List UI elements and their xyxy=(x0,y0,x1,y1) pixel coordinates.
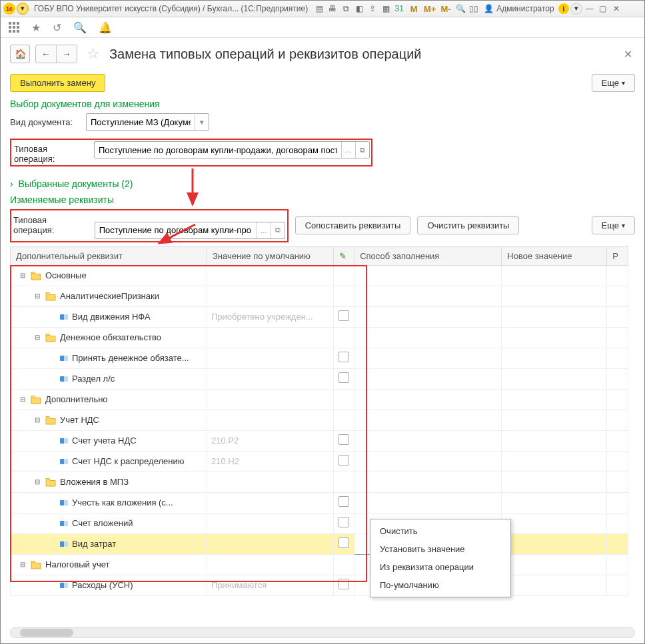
tree-row[interactable]: Вид движения НФАПриобретено учрежден... xyxy=(11,306,628,327)
ellipsis-icon[interactable]: … xyxy=(257,222,271,238)
horizontal-scrollbar[interactable] xyxy=(10,627,635,638)
info-dropdown-icon[interactable]: ▾ xyxy=(570,3,582,15)
m-plus-icon[interactable]: M+ xyxy=(422,3,437,15)
tree-row[interactable]: ⊟Учет НДС xyxy=(11,410,628,430)
op1-field[interactable]: … ⧉ xyxy=(94,141,370,159)
checkbox[interactable] xyxy=(338,434,349,445)
folder-icon xyxy=(31,395,41,404)
attribute-icon xyxy=(60,376,68,382)
tree-row[interactable]: ⊟Вложения в МПЗ xyxy=(11,472,628,492)
compare-icon[interactable]: ◧ xyxy=(353,3,365,15)
collapse-icon[interactable]: ⊟ xyxy=(33,478,41,486)
ctx-clear[interactable]: Очистить xyxy=(370,522,510,540)
m-minus-icon[interactable]: M- xyxy=(438,3,453,15)
tree-row[interactable]: Раздел л/с xyxy=(11,368,628,389)
doc-type-input[interactable] xyxy=(87,116,195,129)
op1-input[interactable] xyxy=(95,144,341,157)
ctx-from-op[interactable]: Из реквизита операции xyxy=(370,558,510,576)
export-icon[interactable]: ⇪ xyxy=(366,3,378,15)
tree-row[interactable]: Счет учета НДС210.Р2 xyxy=(11,430,628,451)
collapse-icon[interactable]: ⊟ xyxy=(19,561,27,569)
maximize-icon[interactable]: ▢ xyxy=(597,3,609,15)
print-preview-icon[interactable]: ▤ xyxy=(313,3,325,15)
col-header-new[interactable]: Новое значение xyxy=(502,246,607,265)
chevron-down-icon[interactable]: ▾ xyxy=(195,114,209,130)
favorite-icon[interactable]: ★ xyxy=(31,21,41,34)
print-icon[interactable]: 🖶 xyxy=(326,3,338,15)
tree-row[interactable]: ⊟Денежное обязательство xyxy=(11,327,628,348)
copy-icon[interactable]: ⧉ xyxy=(340,3,352,15)
checkbox[interactable] xyxy=(338,537,349,548)
attribute-icon xyxy=(60,541,68,547)
col-header-end[interactable]: Р xyxy=(607,246,628,265)
more-button-top[interactable]: Еще▾ xyxy=(592,74,635,92)
col-header-default[interactable]: Значение по умолчанию xyxy=(207,246,333,265)
ctx-default[interactable]: По-умолчанию xyxy=(370,576,510,594)
star-outline-icon[interactable]: ☆ xyxy=(87,45,100,63)
home-button[interactable]: 🏠 xyxy=(10,45,30,63)
tree-row[interactable]: Расходы (УСН)Принимаются xyxy=(11,575,628,595)
title-bar: 1c ▾ ГОБУ ВПО Университет искусств (Субс… xyxy=(1,1,644,17)
ellipsis-icon[interactable]: … xyxy=(341,142,355,158)
calendar-icon[interactable]: 31 xyxy=(393,3,405,15)
tree-row[interactable]: ⊟Дополнительно xyxy=(11,389,628,410)
collapse-icon[interactable]: ⊟ xyxy=(19,272,27,280)
more-button-grid[interactable]: Еще▾ xyxy=(592,216,635,234)
tree-label: Учет НДС xyxy=(60,415,99,425)
ctx-set-value[interactable]: Установить значение xyxy=(370,540,510,558)
back-button[interactable]: ← xyxy=(36,45,57,63)
tree-row[interactable]: Счет вложений xyxy=(11,513,628,533)
tree-label: Налоговый учет xyxy=(45,559,109,569)
tree-label: Вид движения НФА xyxy=(72,312,151,322)
checkbox[interactable] xyxy=(338,352,349,362)
checkbox[interactable] xyxy=(338,455,349,466)
open-icon[interactable]: ⧉ xyxy=(355,142,369,158)
collapse-icon[interactable]: ⊟ xyxy=(33,416,41,424)
run-replace-button[interactable]: Выполнить замену xyxy=(10,74,105,92)
checkbox[interactable] xyxy=(338,372,349,383)
selected-docs-toggle[interactable]: › Выбранные документы (2) xyxy=(10,178,635,189)
attribute-icon xyxy=(60,314,68,320)
dropdown-icon[interactable]: ▾ xyxy=(17,3,29,15)
highlight-box-1: Типовая операция: … ⧉ xyxy=(10,139,372,166)
forward-button[interactable]: → xyxy=(57,45,77,63)
panel-icon[interactable]: ▯▯ xyxy=(468,3,480,15)
clear-requisites-button[interactable]: Очистить реквизиты xyxy=(417,216,519,234)
logo-1c-icon: 1c xyxy=(3,3,15,15)
op2-field[interactable]: … ⧉ xyxy=(95,222,285,239)
collapse-icon[interactable]: ⊟ xyxy=(33,292,41,300)
close-window-icon[interactable]: ✕ xyxy=(610,3,622,15)
tree-row[interactable]: Счет НДС к распределению210.Н2 xyxy=(11,451,628,472)
checkbox[interactable] xyxy=(338,579,349,589)
scroll-thumb[interactable] xyxy=(20,629,73,637)
minimize-icon[interactable]: — xyxy=(584,3,596,15)
apps-icon[interactable] xyxy=(9,22,19,33)
calc-icon[interactable]: ▦ xyxy=(380,3,392,15)
search-icon[interactable]: 🔍 xyxy=(73,21,87,34)
tree-row[interactable]: Учесть как вложения (с... xyxy=(11,492,628,513)
collapse-icon[interactable]: ⊟ xyxy=(33,334,41,342)
m-icon[interactable]: M xyxy=(406,3,421,15)
info-icon[interactable]: i xyxy=(558,3,569,14)
map-requisites-button[interactable]: Сопоставить реквизиты xyxy=(295,216,411,234)
tree-row[interactable]: ⊟Основные xyxy=(11,265,628,286)
tree-row[interactable]: ⊟АналитическиеПризнаки xyxy=(11,286,628,306)
op2-input[interactable] xyxy=(95,224,257,236)
doc-type-field[interactable]: ▾ xyxy=(86,113,209,131)
tree-row[interactable]: Вид затрат▾ xyxy=(11,533,628,554)
zoom-icon[interactable]: 🔍 xyxy=(454,3,466,15)
checkbox[interactable] xyxy=(338,517,349,527)
checkbox[interactable] xyxy=(338,310,349,321)
col-header-check[interactable]: ✎ xyxy=(333,246,354,265)
col-header-method[interactable]: Способ заполнения xyxy=(354,246,502,265)
history-icon[interactable]: ↺ xyxy=(53,21,61,34)
checkbox[interactable] xyxy=(338,496,349,507)
col-header-name[interactable]: Дополнительный реквизит xyxy=(11,246,207,265)
tree-row[interactable]: Принять денежное обязате... xyxy=(11,348,628,368)
tree-row[interactable]: ⊟Налоговый учет xyxy=(11,554,628,575)
open-icon[interactable]: ⧉ xyxy=(271,222,285,238)
notifications-icon[interactable]: 🔔 xyxy=(99,21,112,34)
close-page-icon[interactable]: ✕ xyxy=(621,45,635,63)
user-label[interactable]: 👤Администратор xyxy=(484,4,554,13)
collapse-icon[interactable]: ⊟ xyxy=(19,396,27,404)
